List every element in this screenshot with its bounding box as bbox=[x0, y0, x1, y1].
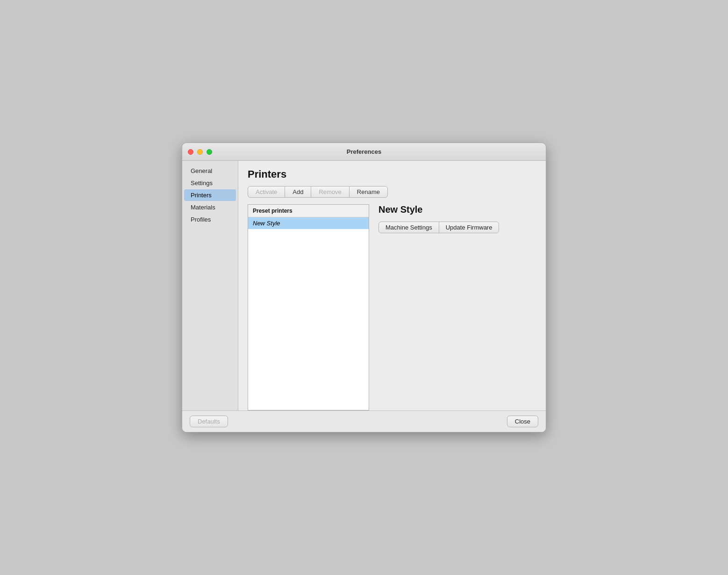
sidebar-item-printers[interactable]: Printers bbox=[184, 189, 236, 201]
titlebar: Preferences bbox=[182, 143, 546, 161]
main-content: Printers Activate Add Remove Rename Pres… bbox=[238, 161, 546, 410]
window-body: General Settings Printers Materials Prof… bbox=[182, 161, 546, 410]
sidebar-item-settings[interactable]: Settings bbox=[184, 177, 236, 189]
toolbar: Activate Add Remove Rename bbox=[248, 186, 536, 198]
activate-button[interactable]: Activate bbox=[248, 186, 285, 198]
preferences-window: Preferences General Settings Printers Ma… bbox=[182, 143, 546, 432]
rename-button[interactable]: Rename bbox=[349, 186, 388, 198]
maximize-window-button[interactable] bbox=[207, 149, 212, 155]
page-title: Printers bbox=[248, 168, 536, 180]
machine-settings-button[interactable]: Machine Settings bbox=[378, 222, 439, 233]
sidebar-item-materials[interactable]: Materials bbox=[184, 201, 236, 213]
printer-name: New Style bbox=[378, 204, 527, 215]
list-group-header: Preset printers bbox=[248, 205, 369, 217]
defaults-button[interactable]: Defaults bbox=[190, 416, 228, 427]
window-footer: Defaults Close bbox=[182, 410, 546, 432]
printers-list-container: Preset printers New Style bbox=[248, 204, 369, 410]
remove-button[interactable]: Remove bbox=[311, 186, 349, 198]
detail-buttons: Machine Settings Update Firmware bbox=[378, 222, 527, 233]
content-area: Preset printers New Style New Style Mach… bbox=[248, 204, 536, 410]
printer-detail: New Style Machine Settings Update Firmwa… bbox=[369, 204, 536, 410]
add-button[interactable]: Add bbox=[285, 186, 311, 198]
window-title: Preferences bbox=[347, 148, 381, 155]
update-firmware-button[interactable]: Update Firmware bbox=[439, 222, 500, 233]
close-button[interactable]: Close bbox=[507, 416, 538, 427]
sidebar: General Settings Printers Materials Prof… bbox=[182, 161, 238, 410]
list-item[interactable]: New Style bbox=[248, 217, 369, 229]
minimize-window-button[interactable] bbox=[197, 149, 203, 155]
sidebar-item-profiles[interactable]: Profiles bbox=[184, 214, 236, 225]
close-window-button[interactable] bbox=[188, 149, 193, 155]
window-controls bbox=[188, 149, 212, 155]
sidebar-item-general[interactable]: General bbox=[184, 165, 236, 177]
